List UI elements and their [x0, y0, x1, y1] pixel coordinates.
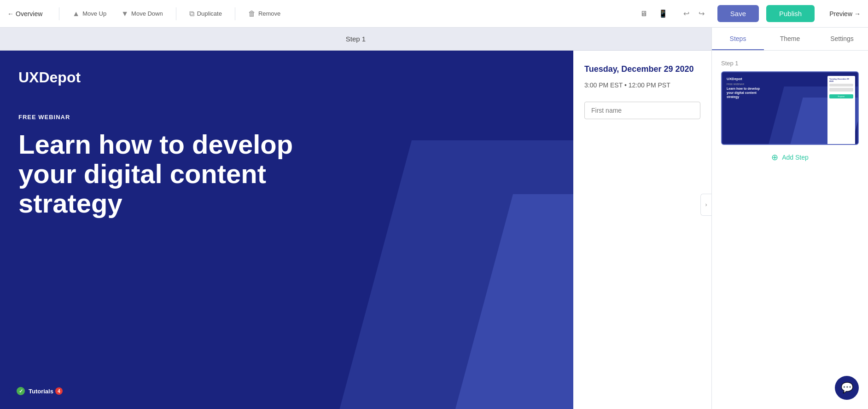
back-arrow-icon: ← — [7, 10, 14, 17]
divider-2 — [176, 7, 176, 20]
overview-link[interactable]: Overview — [16, 10, 42, 17]
canvas-content[interactable]: UXDepot FREE WEBINAR Learn how to develo… — [0, 51, 711, 409]
brand-name: UXDepot — [18, 69, 693, 86]
thumb-reg-card: Tuesday, December 29 2020 Register — [827, 76, 855, 144]
landing-page: UXDepot FREE WEBINAR Learn how to develo… — [0, 51, 711, 409]
save-button[interactable]: Save — [717, 5, 759, 22]
desktop-icon: 🖥 — [640, 10, 647, 17]
undo-button[interactable]: ↩ — [680, 6, 693, 21]
canvas-area: Step 1 UXDepot FREE WEBINAR Learn how to… — [0, 28, 711, 409]
chat-button[interactable]: 💬 — [835, 376, 859, 400]
move-up-button[interactable]: ▲ Move Up — [67, 7, 112, 21]
thumb-title: Learn how to develop your digital conten… — [727, 86, 763, 99]
desktop-view-button[interactable]: 🖥 — [635, 7, 652, 21]
toolbar: ← Overview ▲ Move Up ▼ Move Down ⧉ Dupli… — [0, 0, 868, 28]
main-layout: Step 1 UXDepot FREE WEBINAR Learn how to… — [0, 28, 868, 409]
mobile-view-button[interactable]: 📱 — [654, 6, 672, 21]
trash-icon: 🗑 — [248, 10, 256, 18]
thumb-webinar-tag: FREE WEBINAR — [727, 83, 763, 86]
publish-button[interactable]: Publish — [766, 5, 815, 22]
redo-icon: ↪ — [699, 10, 705, 17]
panel-tabs: Steps Theme Settings — [712, 28, 868, 51]
preview-link[interactable]: Preview → — [829, 10, 861, 17]
step-header-label: Step 1 — [346, 35, 366, 43]
thumb-brand: UXDepot — [727, 77, 763, 81]
tutorials-badge[interactable]: ✓ Tutorials 4 — [9, 382, 70, 400]
tab-theme[interactable]: Theme — [764, 28, 816, 50]
history-controls: ↩ ↪ — [680, 6, 708, 21]
device-switcher: 🖥 📱 — [635, 6, 672, 21]
tutorials-label: Tutorials — [29, 388, 53, 395]
tutorials-count-badge: 4 — [55, 387, 63, 395]
preview-arrow-icon: → — [854, 10, 861, 17]
panel-content: Step 1 UXDepot FREE WEBINAR Learn how to… — [712, 51, 868, 409]
move-up-icon: ▲ — [72, 10, 80, 18]
chat-icon: 💬 — [841, 382, 853, 394]
add-step-icon: ⊕ — [771, 152, 778, 162]
tab-settings[interactable]: Settings — [816, 28, 868, 50]
move-down-icon: ▼ — [121, 10, 128, 18]
mobile-icon: 📱 — [658, 10, 668, 17]
add-step-button[interactable]: ⊕ Add Step — [721, 145, 859, 166]
duplicate-icon: ⧉ — [189, 10, 194, 18]
step-thumbnail[interactable]: UXDepot FREE WEBINAR Learn how to develo… — [721, 71, 859, 145]
move-down-button[interactable]: ▼ Move Down — [116, 7, 168, 21]
divider-1 — [59, 7, 59, 20]
tutorials-check-icon: ✓ — [17, 387, 25, 395]
landing-content: UXDepot FREE WEBINAR Learn how to develo… — [0, 51, 711, 409]
duplicate-button[interactable]: ⧉ Duplicate — [184, 7, 227, 21]
panel-step-label: Step 1 — [721, 60, 859, 67]
add-step-label: Add Step — [782, 154, 809, 161]
webinar-tag: FREE WEBINAR — [18, 114, 693, 121]
thumb-content: UXDepot FREE WEBINAR Learn how to develo… — [727, 77, 763, 99]
tab-steps[interactable]: Steps — [712, 28, 764, 50]
redo-button[interactable]: ↪ — [695, 6, 708, 21]
right-panel: Steps Theme Settings Step 1 UXDepot FREE — [711, 28, 868, 409]
thumb-inner: UXDepot FREE WEBINAR Learn how to develo… — [722, 72, 858, 144]
panel-collapse-button[interactable]: › — [700, 194, 711, 216]
undo-icon: ↩ — [683, 10, 689, 17]
divider-3 — [235, 7, 235, 20]
remove-button[interactable]: 🗑 Remove — [243, 7, 286, 21]
overview-nav[interactable]: ← Overview — [7, 10, 42, 17]
webinar-title: Learn how to develop your digital conten… — [18, 130, 295, 218]
step-header: Step 1 — [0, 28, 711, 51]
